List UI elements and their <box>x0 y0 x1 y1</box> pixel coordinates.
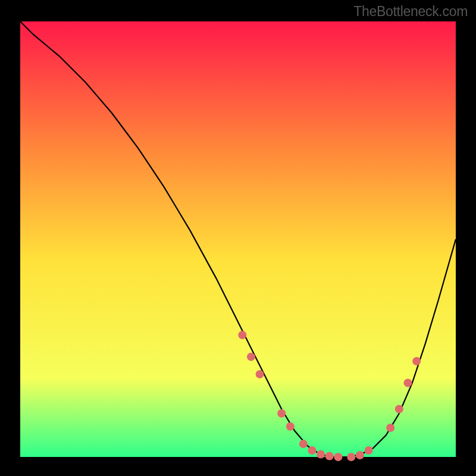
chart-svg <box>0 0 476 476</box>
marker-point <box>277 409 286 418</box>
marker-point <box>238 331 246 339</box>
marker-point <box>325 452 334 461</box>
marker-point <box>347 453 355 461</box>
marker-point <box>317 450 325 459</box>
marker-point <box>299 440 308 448</box>
marker-point <box>386 424 394 432</box>
marker-point <box>334 453 342 461</box>
chart-canvas: TheBottleneck.com <box>0 0 476 476</box>
marker-point <box>356 451 364 459</box>
marker-point <box>403 379 412 387</box>
marker-point <box>395 405 403 413</box>
marker-point <box>256 370 264 378</box>
marker-point <box>412 357 421 365</box>
marker-point <box>308 446 316 455</box>
marker-point <box>365 446 373 455</box>
watermark-text: TheBottleneck.com <box>353 4 468 20</box>
marker-point <box>247 353 255 361</box>
gradient-background <box>20 21 456 457</box>
marker-point <box>286 422 295 431</box>
